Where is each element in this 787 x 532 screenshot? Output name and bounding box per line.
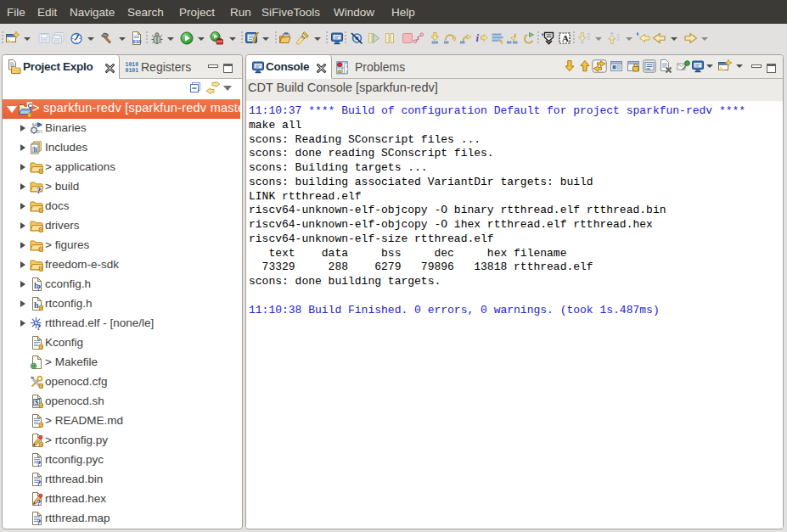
svg-text:0101: 0101 (126, 68, 139, 74)
svg-text:i: i (476, 31, 480, 44)
svg-text:*: * (637, 31, 639, 41)
svg-text:*: * (542, 31, 544, 40)
svg-text:1010: 1010 (126, 62, 139, 68)
svg-text:010: 010 (132, 38, 142, 44)
svg-text:A: A (562, 33, 569, 43)
